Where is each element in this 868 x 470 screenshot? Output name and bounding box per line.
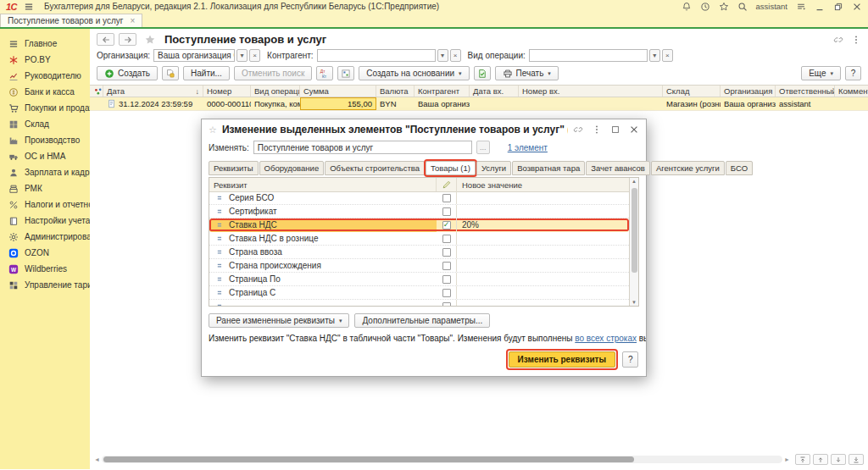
main-menu-icon[interactable] [24, 2, 34, 12]
column-header-number_in[interactable]: Номер вх. [519, 86, 663, 97]
scroll-up-icon[interactable]: ▲ [632, 179, 637, 184]
create-copy-button[interactable] [162, 66, 179, 80]
checkbox[interactable] [442, 248, 451, 257]
checkbox[interactable]: ✓ [442, 221, 451, 229]
sidebar-item-wildberries[interactable]: WWildberries [0, 261, 90, 277]
checkbox[interactable] [442, 275, 451, 284]
value-cell[interactable] [457, 286, 629, 299]
sidebar-item-purchases-sales[interactable]: Покупки и продажи [0, 100, 90, 116]
value-cell[interactable] [457, 191, 629, 204]
sidebar-item-bank-cash[interactable]: Банк и касса [0, 84, 90, 100]
dialog-tab-1[interactable]: Оборудование [259, 161, 325, 175]
checkbox[interactable] [442, 289, 451, 297]
tab-close-icon[interactable]: × [130, 16, 135, 25]
sidebar-item-administration[interactable]: Администрирование [0, 229, 90, 245]
check-cell[interactable] [437, 300, 457, 306]
column-header-operation[interactable]: Вид операции [251, 86, 300, 97]
filter-input-0[interactable]: Ваша организация ООО [153, 49, 235, 62]
sidebar-item-ozon[interactable]: OZON [0, 245, 90, 261]
dialog-tab-2[interactable]: Объекты строительства [325, 161, 425, 175]
username[interactable]: assistant [756, 2, 788, 11]
more-menu-icon[interactable] [592, 124, 602, 135]
column-header-organization[interactable]: Организация [721, 86, 776, 97]
show-postings-button[interactable]: ДтКт [316, 66, 333, 80]
more-menu-icon[interactable] [851, 35, 861, 45]
sidebar-item-tariff-management[interactable]: Управление тарифом [0, 277, 90, 293]
dropdown-button-0[interactable]: ▾ [236, 49, 248, 62]
print-button[interactable]: Печать▾ [495, 66, 559, 80]
checkbox[interactable] [442, 302, 451, 307]
value-cell[interactable] [457, 273, 629, 285]
column-header-sum[interactable]: Сумма [300, 86, 376, 97]
sidebar-item-warehouse[interactable]: Склад [0, 116, 90, 132]
help-button[interactable]: ? [845, 66, 861, 80]
column-header-status[interactable] [90, 86, 103, 97]
check-cell[interactable]: ✓ [437, 218, 457, 231]
value-cell[interactable] [457, 232, 629, 245]
get-link-icon[interactable] [833, 35, 843, 45]
check-cell[interactable] [437, 191, 457, 204]
column-header-currency[interactable]: Валюта [376, 86, 415, 97]
column-header-edit[interactable] [437, 178, 457, 191]
dialog-tab-0[interactable]: Реквизиты [209, 161, 259, 175]
scrollbar-thumb[interactable] [103, 456, 634, 462]
value-cell[interactable] [457, 259, 629, 272]
value-cell[interactable] [457, 246, 629, 258]
sidebar-item-production[interactable]: Производство [0, 132, 90, 148]
sidebar-item-main[interactable]: Главное [0, 36, 90, 52]
check-cell[interactable] [437, 232, 457, 245]
dropdown-button-2[interactable]: ▾ [649, 49, 660, 62]
dialog-tab-8[interactable]: БСО [726, 161, 753, 175]
dialog-tab-5[interactable]: Возвратная тара [512, 161, 585, 175]
sidebar-item-manager[interactable]: Руководителю [0, 68, 90, 84]
scroll-left-icon[interactable]: ◄ [94, 456, 100, 462]
checkbox[interactable] [442, 207, 451, 216]
all-rows-link[interactable]: во всех строках [575, 334, 637, 343]
scrollbar-track[interactable] [102, 456, 782, 463]
scroll-right-icon[interactable]: ► [784, 456, 790, 462]
value-cell[interactable]: 20% [457, 218, 629, 231]
filter-input-1[interactable] [317, 49, 436, 62]
dialog-help-button[interactable]: ? [622, 351, 638, 368]
column-header-attribute[interactable]: Реквизит [209, 178, 437, 191]
dialog-tab-3[interactable]: Товары (1) [426, 161, 476, 175]
dialog-tab-6[interactable]: Зачет авансов [586, 161, 650, 175]
column-header-warehouse[interactable]: Склад [663, 86, 721, 97]
go-next-button[interactable] [831, 454, 846, 465]
sidebar-item-taxes-reports[interactable]: Налоги и отчетность [0, 196, 90, 213]
check-cell[interactable] [437, 259, 457, 272]
checkbox[interactable] [442, 235, 451, 243]
horizontal-scrollbar[interactable]: ◄ ► [94, 455, 790, 464]
grid-row-6[interactable]: Страница По [209, 273, 629, 286]
sidebar-item-accounting-settings[interactable]: Настройки учета [0, 213, 90, 229]
history-icon[interactable] [700, 2, 710, 12]
minimize-button[interactable] [815, 2, 825, 12]
dropdown-button-1[interactable]: ▾ [437, 49, 448, 62]
additional-params-button[interactable]: Дополнительные параметры... [354, 313, 490, 328]
grid-row-8[interactable] [209, 300, 629, 306]
back-button[interactable] [97, 33, 114, 46]
go-previous-button[interactable] [813, 454, 828, 465]
column-header-number[interactable]: Номер [203, 86, 251, 97]
tab-goods-receipt[interactable]: Поступление товаров и услуг × [0, 14, 142, 27]
grid-row-5[interactable]: Страна происхождения [209, 259, 629, 273]
check-cell[interactable] [437, 286, 457, 299]
find-button[interactable]: Найти... [183, 66, 230, 80]
dialog-close-icon[interactable] [629, 124, 639, 135]
grid-row-3[interactable]: Ставка НДС в рознице [209, 232, 629, 246]
grid-row-0[interactable]: Серия БСО [209, 191, 629, 205]
scrollbar-thumb[interactable] [632, 188, 637, 273]
maximize-icon[interactable] [610, 124, 620, 135]
column-header-date[interactable]: Дата↓ [103, 86, 203, 97]
get-link-icon[interactable] [573, 124, 583, 135]
search-icon[interactable] [737, 2, 748, 12]
restore-button[interactable] [833, 2, 843, 12]
grid-scrollbar[interactable]: ▲ ▼ [629, 178, 638, 306]
favorites-icon[interactable] [719, 2, 729, 12]
check-cell[interactable] [437, 273, 457, 285]
select-button[interactable]: ... [476, 141, 490, 154]
column-header-counterparty[interactable]: Контрагент [415, 86, 470, 97]
related-documents-button[interactable] [337, 66, 354, 80]
more-button[interactable]: Еще▾ [801, 66, 841, 80]
create-based-on-button[interactable]: Создать на основании▾ [359, 66, 469, 80]
